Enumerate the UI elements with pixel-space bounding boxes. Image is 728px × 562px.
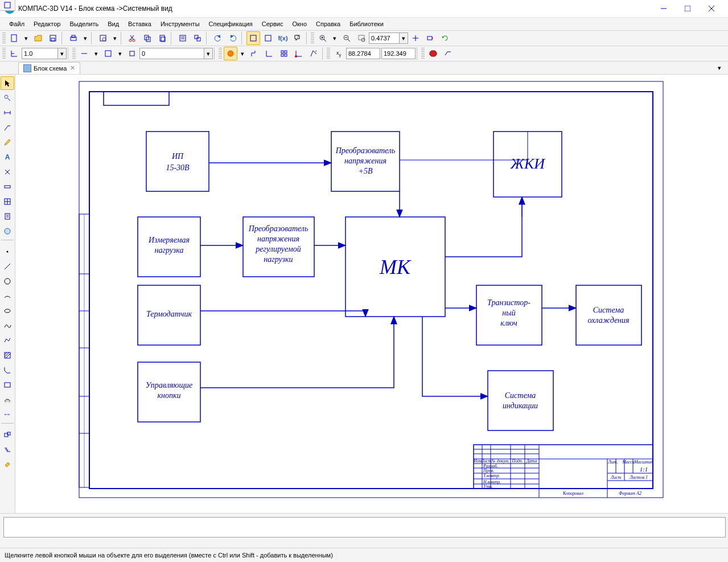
toolbar-handle-3[interactable] [2,48,6,59]
layer-button[interactable] [125,47,139,60]
properties-button[interactable] [176,31,190,45]
menu-tools[interactable]: Инструменты [156,19,204,28]
select-tool[interactable] [1,76,14,90]
local-cs-button[interactable] [292,47,306,60]
redo-button[interactable] [226,31,240,45]
axis-tool[interactable] [1,408,14,421]
scale-dropdown[interactable]: ▾ [58,48,67,59]
paint-tool[interactable] [1,458,14,471]
pan-button[interactable] [409,31,422,45]
layer-dropdown[interactable]: ▾ [204,48,213,59]
preview-button[interactable] [96,31,110,45]
report-tool[interactable] [1,210,14,223]
dimension-tool[interactable] [1,106,14,120]
save-button[interactable] [46,31,60,45]
menu-help[interactable]: Справка [311,19,345,28]
menu-insert[interactable]: Вставка [124,19,156,28]
menu-window[interactable]: Окно [287,19,311,28]
library-manager-button[interactable] [246,31,260,45]
measure-tool[interactable] [1,180,14,194]
line-tool[interactable] [1,260,14,273]
close-button[interactable] [700,1,723,17]
ruler-corner[interactable] [0,0,15,11]
menu-editor[interactable]: Редактор [29,19,65,28]
drawing-canvas[interactable]: ИП 15-30В Преобразователь напряжения +5В… [15,75,728,513]
zoom-in-button[interactable] [316,31,330,45]
zoom-window-button[interactable] [355,31,368,45]
new-dropdown[interactable]: ▾ [22,31,30,45]
zoom-value-dropdown[interactable]: ▾ [400,32,408,44]
zoom-out-button[interactable] [340,31,353,45]
print-dropdown[interactable]: ▾ [81,31,89,45]
copy-button[interactable] [141,31,154,45]
hatch-tool[interactable] [1,348,14,362]
scale-icon[interactable] [7,47,21,60]
line-style-button[interactable] [77,47,91,60]
fx-button[interactable]: f(x) [276,31,290,45]
break-tool[interactable] [1,443,14,457]
spline-tool[interactable] [1,319,14,333]
color-button[interactable] [101,47,115,60]
macro-tool[interactable] [1,224,14,238]
layer-combo[interactable]: ▾ [139,48,213,59]
coord-x-input[interactable] [346,48,380,59]
scale-combo[interactable]: ▾ [22,48,67,59]
stop-button[interactable] [426,47,440,60]
toolbar-handle[interactable] [2,32,6,44]
scale-input[interactable] [22,48,58,59]
menu-spec[interactable]: Спецификация [204,19,257,28]
snap-dropdown[interactable]: ▾ [238,47,246,60]
whatsthis-button[interactable]: ? [291,31,305,45]
edit-tool[interactable] [1,136,14,149]
arc-tool[interactable] [1,289,14,303]
zoom-prev-button[interactable] [423,31,437,45]
zoom-value-input[interactable] [369,32,400,44]
circle-tool[interactable] [1,274,14,288]
menu-select[interactable]: Выделить [65,19,103,28]
menu-libraries[interactable]: Библиотеки [345,19,388,28]
ortho-snap-button[interactable] [248,47,261,60]
param-button[interactable] [307,47,320,60]
paste-button[interactable] [155,31,169,45]
toolbar-handle-2[interactable] [311,32,314,44]
maximize-button[interactable] [676,1,700,17]
constraint-tool[interactable] [1,165,14,179]
tab-close-icon[interactable]: ✕ [70,64,75,72]
zoom-value-combo[interactable]: ▾ [369,32,408,44]
open-button[interactable] [31,31,45,45]
toolbar-handle-6[interactable] [327,48,330,59]
highlight-button[interactable] [441,47,455,60]
tab-overflow-dropdown[interactable]: ▾ [714,63,725,73]
zoom-dropdown[interactable]: ▾ [331,31,339,45]
menu-service[interactable]: Сервис [257,19,288,28]
geometry-tool[interactable] [1,91,14,105]
new-button[interactable] [7,31,21,45]
copy-props-button[interactable] [191,31,204,45]
polyline-tool[interactable] [1,334,14,347]
line-dropdown[interactable]: ▾ [92,47,100,60]
chamfer-tool[interactable] [1,363,14,377]
undo-button[interactable] [211,31,225,45]
point-tool[interactable] [1,245,14,259]
grid-snap-button[interactable] [277,47,291,60]
color-dropdown[interactable]: ▾ [116,47,124,60]
layer-input[interactable] [139,48,204,59]
preview-dropdown[interactable]: ▾ [111,31,119,45]
text-tool[interactable]: A [1,150,14,164]
offset-tool[interactable] [1,393,14,407]
menu-view[interactable]: Вид [103,19,124,28]
print-button[interactable] [67,31,80,45]
command-prompt-input[interactable] [3,517,726,538]
table-tool[interactable] [1,195,14,208]
toolbar-handle-5[interactable] [219,48,222,59]
snap-button[interactable] [224,47,237,60]
toolbar-handle-7[interactable] [421,48,425,59]
ortho-button[interactable] [262,47,276,60]
assoc-view-tool[interactable] [1,428,14,442]
minimize-button[interactable] [652,1,676,17]
menu-file[interactable]: Файл [5,19,29,28]
marking-tool[interactable] [1,121,14,134]
rect-tool[interactable] [1,378,14,392]
document-tab[interactable]: Блок схема ✕ [18,62,80,74]
variables-button[interactable] [261,31,275,45]
